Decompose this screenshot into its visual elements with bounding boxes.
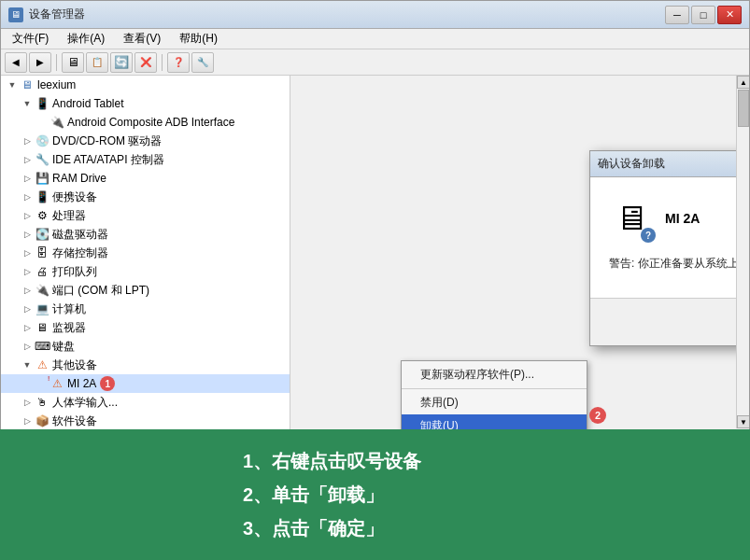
instruction-bar: 1、右键点击叹号设备 2、单击「卸载」 3、点击「确定」 (0, 429, 750, 560)
dialog-title-text: 确认设备卸载 (598, 156, 665, 172)
restore-button[interactable]: □ (691, 6, 715, 24)
expand-ide[interactable]: ▷ (20, 152, 35, 167)
tree-item-storage[interactable]: ▷ 🗄 存储控制器 (1, 244, 290, 262)
expand-print[interactable]: ▷ (20, 264, 35, 279)
back-button[interactable]: ◀ (5, 52, 27, 73)
tree-item-ide[interactable]: ▷ 🔧 IDE ATA/ATAPI 控制器 (1, 150, 290, 169)
expand-monitor[interactable]: ▷ (20, 320, 35, 335)
scroll-up-arrow[interactable]: ▲ (737, 76, 749, 89)
window-title: 设备管理器 (29, 7, 85, 22)
right-scrollbar[interactable]: ▲ ▼ (736, 76, 749, 428)
expand-port[interactable]: ▷ (20, 283, 35, 298)
title-bar-left: 🖥 设备管理器 (8, 7, 85, 22)
label-monitor: 监视器 (52, 320, 86, 336)
tree-item-disk[interactable]: ▷ 💽 磁盘驱动器 (1, 225, 290, 244)
ctx-update[interactable]: 更新驱动程序软件(P)... (402, 363, 587, 386)
ctx-disable[interactable]: 禁用(D) (402, 391, 587, 414)
icon-storage: 🗄 (35, 245, 50, 260)
label-disk: 磁盘驱动器 (52, 227, 108, 243)
scroll-thumb[interactable] (738, 90, 749, 127)
toolbar-separator-1 (56, 54, 57, 71)
expand-portable[interactable]: ▷ (20, 189, 35, 204)
tree-item-mi2a[interactable]: ▷ ⚠ ! MI 2A 1 (1, 374, 290, 393)
dialog-body: 🖥 ? MI 2A 警告: 你正准备要从系统上卸载这个设备。 (590, 177, 749, 298)
main-window: 🖥 设备管理器 ─ □ ✕ 文件(F) 操作(A) 查看(V) 帮助(H) ◀ … (0, 0, 750, 560)
dialog-device-row: 🖥 ? MI 2A (609, 196, 749, 241)
tree-item-ram[interactable]: ▷ 💾 RAM Drive (1, 169, 290, 188)
label-other: 其他设备 (52, 357, 97, 373)
icon-leexium: 🖥 (20, 77, 35, 92)
label-computer: 计算机 (52, 301, 86, 317)
icon-ide: 🔧 (35, 152, 50, 167)
expand-other[interactable]: ▼ (20, 357, 35, 372)
expand-human[interactable]: ▷ (20, 395, 35, 410)
badge-2: 2 (589, 407, 606, 424)
icon-cpu: ⚙ (35, 208, 50, 223)
icon-other: ⚠ (35, 357, 50, 372)
icon-portable: 📱 (35, 189, 50, 204)
help-button[interactable]: ❓ (167, 52, 190, 73)
expand-cpu[interactable]: ▷ (20, 208, 35, 223)
expand-leexium[interactable]: ▼ (5, 77, 20, 92)
tree-item-computer[interactable]: ▷ 💻 计算机 (1, 300, 290, 318)
expand-software[interactable]: ▷ (20, 413, 35, 428)
scroll-down-arrow[interactable]: ▼ (737, 415, 749, 428)
tree-item-print[interactable]: ▷ 🖨 打印队列 (1, 262, 290, 281)
minimize-button[interactable]: ─ (665, 6, 689, 24)
menu-view[interactable]: 查看(V) (116, 29, 168, 49)
icon-human: 🖱 (35, 395, 50, 410)
menu-file[interactable]: 文件(F) (5, 29, 56, 49)
dialog-title-bar: 确认设备卸载 ✕ (590, 151, 749, 177)
label-port: 端口 (COM 和 LPT) (52, 283, 149, 299)
tree-item-keyboard[interactable]: ▷ ⌨ 键盘 (1, 337, 290, 356)
icon-mi2a: ⚠ ! (50, 376, 64, 391)
expand-disk[interactable]: ▷ (20, 227, 35, 242)
forward-button[interactable]: ▶ (29, 52, 51, 73)
tree-item-leexium[interactable]: ▼ 🖥 leexium (1, 76, 290, 94)
tree-item-human[interactable]: ▷ 🖱 人体学输入... (1, 393, 290, 412)
expand-storage[interactable]: ▷ (20, 245, 35, 260)
badge-2-container: 2 (589, 407, 606, 424)
dialog-device-name: MI 2A (665, 211, 700, 226)
expand-ram[interactable]: ▷ (20, 171, 35, 186)
label-dvd: DVD/CD-ROM 驱动器 (52, 133, 162, 149)
expand-keyboard[interactable]: ▷ (20, 339, 35, 354)
question-badge: ? (641, 228, 656, 243)
close-button[interactable]: ✕ (717, 6, 742, 24)
label-print: 打印队列 (52, 264, 97, 280)
instruction-line3: 3、点击「确定」 (243, 511, 731, 545)
expand-dvd[interactable]: ▷ (20, 133, 35, 148)
icon-disk: 💽 (35, 227, 50, 242)
remove-button[interactable]: ❌ (134, 52, 157, 73)
properties-button[interactable]: 📋 (86, 52, 108, 73)
tree-item-port[interactable]: ▷ 🔌 端口 (COM 和 LPT) (1, 281, 290, 300)
tree-item-cpu[interactable]: ▷ ⚙ 处理器 (1, 206, 290, 225)
expand-computer[interactable]: ▷ (20, 301, 35, 316)
confirm-dialog: 确认设备卸载 ✕ 🖥 ? MI 2A 警告: 你正准备要从系统上卸载这个设备。 (589, 150, 749, 346)
scan-button[interactable]: 🔄 (110, 52, 133, 73)
tree-item-monitor[interactable]: ▷ 🖥 监视器 (1, 318, 290, 337)
label-ide: IDE ATA/ATAPI 控制器 (52, 152, 164, 168)
tree-item-adb[interactable]: ▷ 🔌 Android Composite ADB Interface (1, 113, 290, 132)
icon-keyboard: ⌨ (35, 339, 50, 354)
device-manager-icon[interactable]: 🖥 (62, 52, 84, 73)
label-software: 软件设备 (52, 413, 97, 429)
tree-item-other[interactable]: ▼ ⚠ 其他设备 (1, 356, 290, 374)
dialog-footer: 确定 3 取消 (590, 298, 749, 345)
ctx-separator (402, 388, 587, 389)
menu-help[interactable]: 帮助(H) (172, 29, 225, 49)
label-storage: 存储控制器 (52, 245, 108, 261)
tree-item-dvd[interactable]: ▷ 💿 DVD/CD-ROM 驱动器 (1, 132, 290, 150)
toolbar-separator-2 (162, 54, 163, 71)
expand-android-tablet[interactable]: ▼ (20, 96, 35, 111)
menu-action[interactable]: 操作(A) (60, 29, 112, 49)
dialog-device-icon: 🖥 ? (609, 196, 654, 241)
menu-bar: 文件(F) 操作(A) 查看(V) 帮助(H) (1, 29, 749, 49)
icon-monitor: 🖥 (35, 320, 50, 335)
tree-item-portable[interactable]: ▷ 📱 便携设备 (1, 188, 290, 206)
icon-print: 🖨 (35, 264, 50, 279)
tree-item-android-tablet[interactable]: ▼ 📱 Android Tablet (1, 94, 290, 113)
tree-item-software[interactable]: ▷ 📦 软件设备 (1, 412, 290, 430)
extra-button[interactable]: 🔧 (191, 52, 214, 73)
badge-1: 1 (100, 376, 115, 391)
